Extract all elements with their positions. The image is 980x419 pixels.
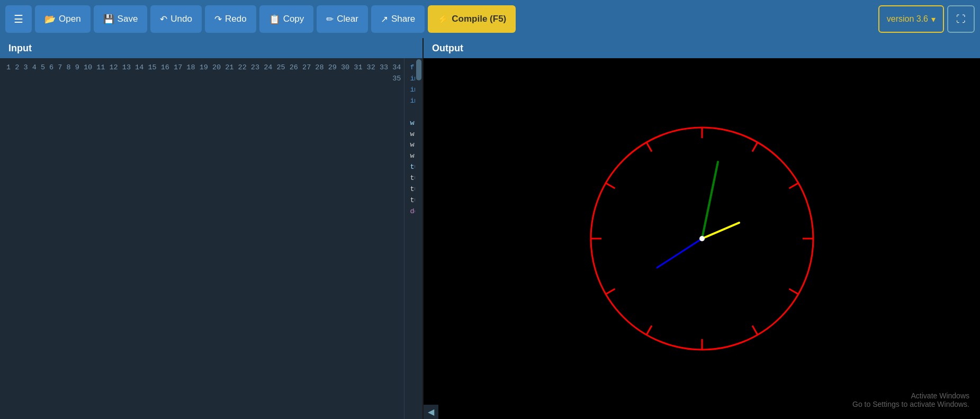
open-button[interactable]: 📂 Open bbox=[35, 5, 91, 33]
svg-point-16 bbox=[699, 236, 705, 241]
redo-button[interactable]: ↷ Redo bbox=[205, 5, 256, 33]
svg-line-6 bbox=[752, 326, 758, 335]
menu-button[interactable]: ☰ bbox=[5, 5, 32, 33]
scrollbar[interactable] bbox=[415, 58, 422, 419]
svg-line-14 bbox=[702, 162, 718, 239]
output-panel-header: Output bbox=[424, 38, 980, 58]
canvas-area: Activate Windows Go to Settings to activ… bbox=[424, 58, 980, 419]
code-content[interactable]: from turtle import * import turtle impor… bbox=[404, 58, 415, 419]
copy-button[interactable]: 📋 Copy bbox=[259, 5, 314, 33]
share-icon: ↗ bbox=[381, 14, 388, 25]
svg-line-9 bbox=[606, 289, 615, 294]
folder-icon: 📂 bbox=[44, 14, 56, 25]
scrollbar-thumb[interactable] bbox=[416, 59, 421, 80]
fullscreen-icon: ⛶ bbox=[956, 14, 966, 25]
chevron-down-icon: ▾ bbox=[931, 14, 936, 24]
toolbar: ☰ 📂 Open 💾 Save ↶ Undo ↷ Redo 📋 Copy ✏ C… bbox=[0, 0, 980, 38]
code-editor[interactable]: 1 2 3 4 5 6 7 8 9 10 11 12 13 14 15 16 1… bbox=[0, 58, 422, 419]
watermark: Activate Windows Go to Settings to activ… bbox=[852, 391, 969, 408]
undo-icon: ↶ bbox=[160, 14, 167, 25]
input-panel: Input 1 2 3 4 5 6 7 8 9 10 11 12 13 14 1… bbox=[0, 38, 424, 419]
svg-line-2 bbox=[752, 142, 758, 151]
compile-icon: ⚡ bbox=[437, 14, 448, 25]
svg-line-13 bbox=[702, 223, 739, 239]
copy-icon: 📋 bbox=[269, 14, 280, 25]
version-dropdown[interactable]: version 3.6 ▾ bbox=[878, 5, 944, 33]
save-button[interactable]: 💾 Save bbox=[94, 5, 148, 33]
save-icon: 💾 bbox=[103, 14, 114, 25]
svg-line-15 bbox=[657, 239, 702, 268]
fullscreen-button[interactable]: ⛶ bbox=[947, 5, 975, 33]
clear-button[interactable]: ✏ Clear bbox=[317, 5, 368, 33]
menu-icon: ☰ bbox=[14, 13, 23, 25]
clear-icon: ✏ bbox=[326, 14, 334, 25]
svg-line-11 bbox=[606, 183, 615, 188]
share-button[interactable]: ↗ Share bbox=[371, 5, 425, 33]
svg-line-5 bbox=[789, 289, 798, 294]
input-panel-header: Input bbox=[0, 38, 422, 58]
main-area: Input 1 2 3 4 5 6 7 8 9 10 11 12 13 14 1… bbox=[0, 38, 980, 419]
line-numbers: 1 2 3 4 5 6 7 8 9 10 11 12 13 14 15 16 1… bbox=[0, 58, 404, 419]
redo-icon: ↷ bbox=[214, 14, 222, 25]
output-panel: Output bbox=[424, 38, 980, 419]
svg-line-12 bbox=[646, 142, 652, 151]
compile-button[interactable]: ⚡ Compile (F5) bbox=[428, 5, 516, 33]
clock-canvas bbox=[575, 112, 829, 366]
undo-button[interactable]: ↶ Undo bbox=[150, 5, 202, 33]
svg-line-8 bbox=[646, 326, 652, 335]
output-scroll-left[interactable]: ◀ bbox=[424, 405, 438, 419]
svg-line-3 bbox=[789, 183, 798, 188]
